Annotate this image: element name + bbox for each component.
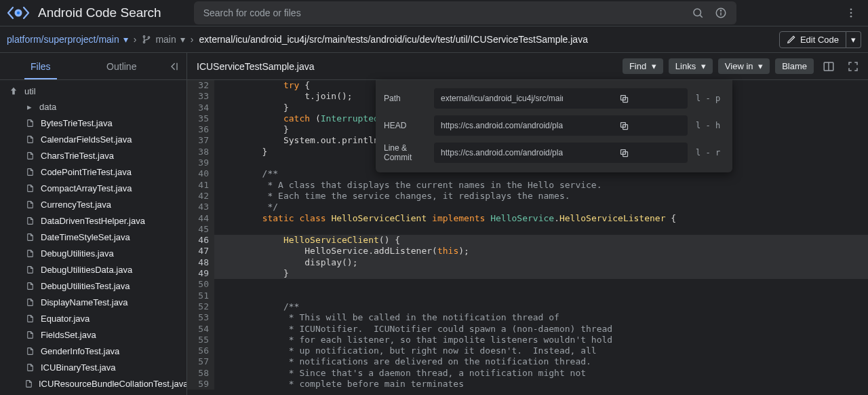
fullscreen-icon[interactable] [844, 57, 863, 76]
line-number[interactable]: 48 [187, 257, 214, 268]
up-folder-icon [8, 86, 19, 96]
branch-selector[interactable]: main ▾ [142, 34, 184, 45]
tab-outline[interactable]: Outline [81, 54, 163, 79]
line-number[interactable]: 58 [187, 368, 214, 379]
line-number[interactable]: 37 [187, 135, 214, 146]
search-icon[interactable] [686, 7, 709, 19]
line-number[interactable]: 44 [187, 213, 214, 224]
breadcrumb-path[interactable]: external/icu/android_icu4j/src/main/test… [199, 34, 588, 45]
tree-file[interactable]: DateTimeStyleSet.java [0, 229, 186, 245]
tree-file[interactable]: DebugUtilitiesData.java [0, 261, 186, 278]
line-number[interactable]: 59 [187, 379, 214, 390]
line-number[interactable]: 53 [187, 312, 214, 323]
tree-file[interactable]: Equator.java [0, 310, 186, 326]
blame-button[interactable]: Blame [775, 58, 814, 74]
info-icon[interactable] [709, 7, 732, 19]
code-line[interactable]: 57 * notifications are delivered on the … [187, 356, 868, 367]
copy-icon[interactable] [563, 144, 685, 162]
chevron-down-icon[interactable]: ▾ [123, 34, 128, 45]
code-line[interactable]: 55 * for each listener, so that impolite… [187, 335, 868, 345]
code-line[interactable]: 49 } [187, 268, 868, 279]
line-number[interactable]: 41 [187, 180, 214, 191]
copy-icon[interactable] [563, 90, 685, 107]
logo[interactable]: Android Code Search [7, 5, 161, 20]
edit-code-button[interactable]: Edit Code [779, 31, 846, 48]
breadcrumb-repo[interactable]: platform/superproject/main [7, 34, 119, 45]
line-number[interactable]: 46 [187, 235, 214, 246]
line-number[interactable]: 42 [187, 191, 214, 202]
code-line[interactable]: 47 HelloService.addListener(this); [187, 246, 868, 257]
code-text: catch (InterruptedEx [214, 113, 389, 124]
line-number[interactable]: 49 [187, 268, 214, 279]
line-number[interactable]: 56 [187, 345, 214, 356]
tree-file[interactable]: DisplayNameTest.java [0, 294, 186, 310]
links-row-field[interactable]: https://cs.android.com/android/platform/… [434, 143, 688, 163]
tree-file[interactable]: ICUResourceBundleCollationTest.java [0, 375, 186, 392]
file-icon [24, 183, 35, 193]
find-button[interactable]: Find ▾ [623, 58, 663, 74]
tree-file[interactable]: CalendarFieldsSet.java [0, 131, 186, 147]
tab-files[interactable]: Files [0, 54, 81, 79]
split-view-icon[interactable] [819, 57, 838, 76]
file-tree[interactable]: util ▸ data BytesTrieTest.java CalendarF… [0, 80, 186, 395]
code-line[interactable]: 45 [187, 224, 868, 235]
code-line[interactable]: 53 * This will be called in the notifica… [187, 312, 868, 323]
line-number[interactable]: 40 [187, 168, 214, 179]
code-line[interactable]: 51 [187, 290, 868, 301]
code-line[interactable]: 41 * A class that displays the current n… [187, 180, 868, 191]
line-number[interactable]: 39 [187, 157, 214, 168]
line-number[interactable]: 35 [187, 113, 214, 124]
line-number[interactable]: 34 [187, 102, 214, 113]
line-number[interactable]: 55 [187, 335, 214, 345]
tree-parent-folder[interactable]: util [0, 83, 186, 99]
tree-file[interactable]: DataDrivenTestHelper.java [0, 212, 186, 229]
search-input[interactable] [203, 7, 686, 18]
code-line[interactable]: 46 HelloServiceClient() { [187, 235, 868, 246]
line-number[interactable]: 43 [187, 202, 214, 212]
overflow-menu-icon[interactable] [840, 1, 863, 24]
links-row-field[interactable]: external/icu/android_icu4j/src/main/test… [434, 88, 688, 109]
tree-file[interactable]: CodePointTrieTest.java [0, 164, 186, 180]
code-line[interactable]: 48 display(); [187, 257, 868, 268]
line-number[interactable]: 57 [187, 356, 214, 367]
code-line[interactable]: 59 * complete before main terminates [187, 379, 868, 390]
search-box[interactable] [194, 1, 736, 24]
tree-file[interactable]: FieldsSet.java [0, 326, 186, 343]
code-line[interactable]: 56 * up notification, but right now it d… [187, 345, 868, 356]
chevron-down-icon: ▾ [180, 34, 185, 45]
tree-file[interactable]: DebugUtilities.java [0, 245, 186, 261]
code-line[interactable]: 52 /** [187, 301, 868, 312]
line-number[interactable]: 33 [187, 91, 214, 102]
code-line[interactable]: 42 * Each time the service changes, it r… [187, 191, 868, 202]
tree-subfolder[interactable]: ▸ data [0, 99, 186, 115]
code-line[interactable]: 58 * Since that's a daemon thread, a not… [187, 368, 868, 379]
tree-file[interactable]: ICUBinaryTest.java [0, 359, 186, 375]
view-in-button[interactable]: View in ▾ [718, 58, 770, 74]
line-number[interactable]: 47 [187, 246, 214, 257]
line-number[interactable]: 45 [187, 224, 214, 235]
line-number[interactable]: 51 [187, 290, 214, 301]
edit-code-dropdown[interactable]: ▾ [846, 31, 861, 48]
tree-file[interactable]: DebugUtilitiesTest.java [0, 278, 186, 294]
file-tab[interactable]: ICUServiceTestSample.java [193, 61, 319, 72]
code-line[interactable]: 43 */ [187, 202, 868, 212]
collapse-sidebar-icon[interactable] [162, 53, 186, 80]
line-number[interactable]: 50 [187, 279, 214, 290]
copy-icon[interactable] [563, 117, 685, 134]
code-line[interactable]: 50 [187, 279, 868, 290]
tree-file[interactable]: GenderInfoTest.java [0, 343, 186, 359]
line-number[interactable]: 38 [187, 147, 214, 157]
links-button[interactable]: Links ▾ [669, 58, 713, 74]
code-line[interactable]: 44 static class HelloServiceClient imple… [187, 213, 868, 224]
line-number[interactable]: 32 [187, 80, 214, 91]
line-number[interactable]: 52 [187, 301, 214, 312]
tree-file[interactable]: CharsTrieTest.java [0, 147, 186, 164]
tree-file[interactable]: CurrencyTest.java [0, 196, 186, 212]
line-number[interactable]: 54 [187, 324, 214, 335]
tree-file[interactable]: BytesTrieTest.java [0, 115, 186, 131]
line-number[interactable]: 36 [187, 124, 214, 135]
links-row-field[interactable]: https://cs.android.com/android/platform/… [434, 115, 688, 136]
tree-file[interactable]: CompactArrayTest.java [0, 180, 186, 196]
svg-point-6 [720, 10, 721, 11]
code-line[interactable]: 54 * ICUNotifier. ICUNotifier could spaw… [187, 324, 868, 335]
